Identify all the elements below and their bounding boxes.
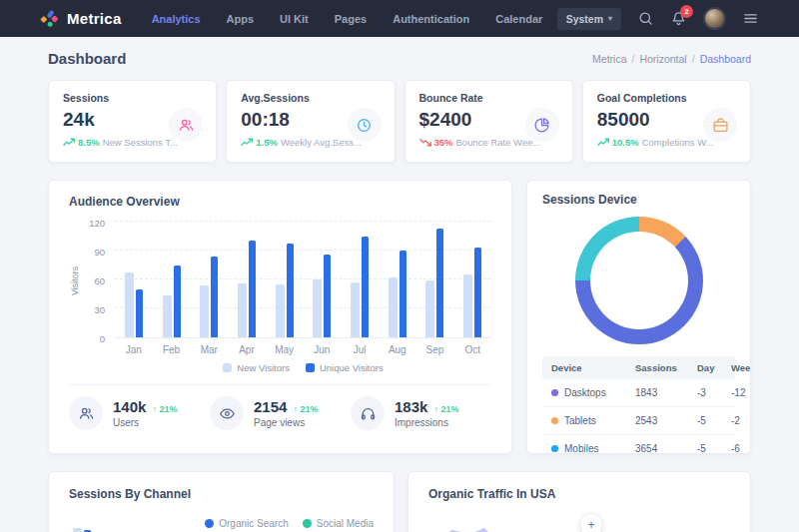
x-axis-label: Feb xyxy=(153,344,191,355)
bar-group-jul xyxy=(351,237,369,337)
brand-logo[interactable]: Metrica xyxy=(40,9,122,29)
nav-item-authentication[interactable]: Authentication xyxy=(393,13,469,25)
audience-stat-value: 183k↑ 21% xyxy=(395,398,458,415)
breadcrumb-item-dashboard[interactable]: Dashboard xyxy=(700,53,751,65)
legend-item-organic-search[interactable]: Organic Search xyxy=(205,518,288,529)
bar-new-visitors xyxy=(313,279,322,337)
bar-unique-visitors xyxy=(211,257,218,337)
x-axis-label: Mar xyxy=(190,344,228,355)
x-axis-label: Sep xyxy=(416,344,454,355)
briefcase-icon xyxy=(703,108,737,142)
audience-bar-chart: Visitors 0306090120 JanFebMarAprMayJunJu… xyxy=(69,223,491,373)
device-table-header-cell: Device xyxy=(551,362,635,373)
audience-stat-users: 140k↑ 21%Users xyxy=(69,396,210,430)
page-header: Dashboard Metrica/Horizontal/Dashboard xyxy=(48,37,751,80)
brand-name: Metrica xyxy=(67,10,122,27)
y-axis-tick: 30 xyxy=(94,304,105,315)
stat-card-title: Goal Completions xyxy=(597,92,736,104)
audience-stat-delta: ↑ 21% xyxy=(293,404,318,414)
stat-card-delta: 8.5% xyxy=(63,137,100,148)
breadcrumb-item-metrica[interactable]: Metrica xyxy=(592,53,626,65)
bar-group-aug xyxy=(389,251,406,337)
legend-swatch xyxy=(306,363,315,372)
device-sessions: 3654 xyxy=(635,443,697,454)
bar-unique-visitors xyxy=(174,266,181,338)
legend-item-new-visitors[interactable]: New Visitors xyxy=(223,362,290,373)
breadcrumb-separator: / xyxy=(692,53,695,65)
chart-x-labels: JanFebMarAprMayJunJulAugSepOct xyxy=(115,344,491,355)
device-table-row-dasktops: Dasktops1843-3-12 xyxy=(542,379,735,406)
bar-new-visitors xyxy=(163,295,172,337)
legend-item-unique-visitors[interactable]: Unique Visitors xyxy=(306,362,384,373)
bar-new-visitors xyxy=(425,280,434,337)
headphones-icon xyxy=(351,396,385,430)
audience-stat-delta: ↑ 21% xyxy=(433,404,458,414)
audience-stat-label: Page views xyxy=(254,417,318,428)
x-axis-label: Jul xyxy=(341,344,379,355)
x-axis-label: Oct xyxy=(453,344,491,355)
bar-unique-visitors xyxy=(362,237,369,337)
audience-stat-delta: ↑ 21% xyxy=(152,404,177,414)
nav-item-analytics[interactable]: Analytics xyxy=(152,13,201,25)
legend-item-social-media[interactable]: Social Media xyxy=(303,518,374,529)
device-week: -6 xyxy=(731,443,740,454)
device-dot xyxy=(551,417,558,424)
breadcrumb-item-horizontal[interactable]: Horizontal xyxy=(639,53,686,65)
bar-new-visitors xyxy=(238,283,247,337)
stat-card-delta: 10.5% xyxy=(597,137,639,148)
x-axis-label: Jun xyxy=(304,344,342,355)
x-axis-label: Jan xyxy=(115,344,153,355)
gridline xyxy=(115,221,491,222)
device-table-row-mobiles: Mobiles3654-5-6 xyxy=(542,434,735,454)
device-table-header-cell: Sassions xyxy=(635,362,697,373)
top-navbar: Metrica AnalyticsAppsUI KitPagesAuthenti… xyxy=(0,0,799,37)
system-dropdown[interactable]: System xyxy=(557,8,621,30)
device-day: -5 xyxy=(697,415,731,426)
sessions-device-card: Sessions Device DeviceSassionsDayWeek Da… xyxy=(526,180,751,454)
device-table-header-cell: Day xyxy=(697,362,731,373)
breadcrumb-separator: / xyxy=(632,53,635,65)
pie-chart-icon xyxy=(525,108,559,142)
nav-item-ui-kit[interactable]: UI Kit xyxy=(280,13,309,25)
sessions-device-title: Sessions Device xyxy=(542,193,735,207)
notifications-button[interactable]: 2 xyxy=(670,10,687,27)
navbar-right-cluster: System 2 xyxy=(557,7,759,30)
device-table-header-cell: Week xyxy=(731,362,751,373)
bar-new-visitors xyxy=(389,277,398,337)
search-icon[interactable] xyxy=(637,10,654,27)
bar-new-visitors xyxy=(200,285,209,337)
stat-card-goal-completions: Goal Completions8500010.5%Completions W.… xyxy=(582,80,751,163)
y-axis-tick: 120 xyxy=(89,218,105,229)
breadcrumb: Metrica/Horizontal/Dashboard xyxy=(592,53,751,65)
hamburger-menu-icon[interactable] xyxy=(742,10,759,27)
users-icon xyxy=(169,108,203,142)
audience-stat-value: 2154↑ 21% xyxy=(254,398,318,415)
main-nav-menu: AnalyticsAppsUI KitPagesAuthenticationCa… xyxy=(152,13,543,25)
map-zoom-in-button[interactable]: + xyxy=(580,514,602,532)
audience-stat-page-views: 2154↑ 21%Page views xyxy=(210,396,351,430)
nav-item-apps[interactable]: Apps xyxy=(227,13,255,25)
stat-card-bounce-rate: Bounce Rate$240035%Bounce Rate Wee... xyxy=(404,80,573,163)
bar-group-jan xyxy=(125,272,143,337)
organic-traffic-title: Organic Traffic In USA xyxy=(428,487,730,501)
bar-new-visitors xyxy=(125,272,134,337)
device-week: -2 xyxy=(731,415,740,426)
bar-unique-visitors xyxy=(249,241,256,337)
device-dot xyxy=(551,389,558,396)
stat-card-title: Avg.Sessions xyxy=(241,92,380,104)
sessions-by-channel-card: Sessions By Channel Organic SearchSocial… xyxy=(48,471,395,532)
nav-item-calendar[interactable]: Calendar xyxy=(495,13,542,25)
audience-stat-label: Impressions xyxy=(395,417,458,428)
audience-stat-value: 140k↑ 21% xyxy=(113,398,177,415)
usa-map-fragment xyxy=(426,524,496,532)
stat-card-title: Bounce Rate xyxy=(419,92,558,104)
bar-group-feb xyxy=(163,266,181,338)
organic-traffic-usa-card: Organic Traffic In USA + xyxy=(407,471,751,532)
audience-stat-impressions: 183k↑ 21%Impressions xyxy=(351,396,491,430)
stat-card-avg-sessions: Avg.Sessions00:181.5%Weekly Avg.Sess... xyxy=(226,80,395,163)
user-avatar[interactable] xyxy=(703,7,726,30)
bar-unique-visitors xyxy=(436,229,443,337)
nav-item-pages[interactable]: Pages xyxy=(335,13,367,25)
bar-unique-visitors xyxy=(136,289,143,337)
chart-y-ticks: 0306090120 xyxy=(81,223,105,338)
